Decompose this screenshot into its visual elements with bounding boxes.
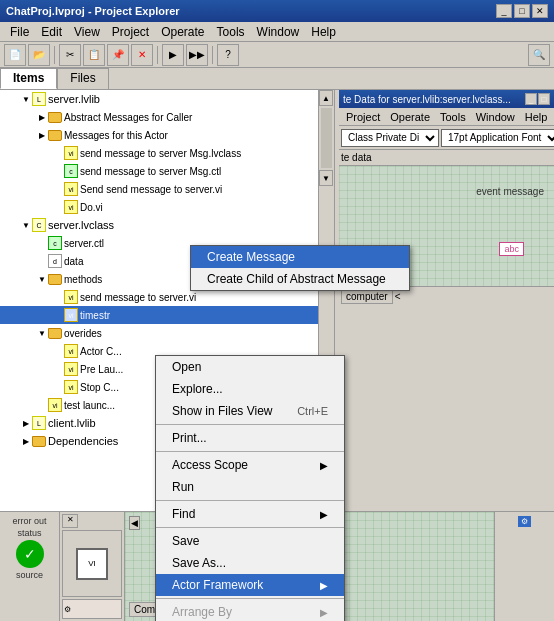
tree-item-overides[interactable]: ▼ overides [0, 324, 334, 342]
tree-item-server-lvclass[interactable]: ▼ C server.lvclass [0, 216, 334, 234]
small-close-btn[interactable]: ✕ [62, 514, 78, 528]
expand-abstract[interactable]: ▶ [36, 113, 48, 122]
te-data-label: te data [339, 150, 554, 166]
menu-window[interactable]: Window [251, 23, 306, 41]
ctx-show-files[interactable]: Show in Files View Ctrl+E [156, 400, 344, 422]
ctx-find[interactable]: Find ▶ [156, 503, 344, 525]
delete-button[interactable]: ✕ [131, 44, 153, 66]
open-button[interactable]: 📂 [28, 44, 50, 66]
help-button[interactable]: ? [217, 44, 239, 66]
run-button[interactable]: ▶ [162, 44, 184, 66]
ctx-run[interactable]: Run [156, 476, 344, 498]
tree-label: Actor C... [80, 346, 122, 357]
scroll-thumb[interactable] [321, 108, 332, 168]
menu-operate[interactable]: Operate [155, 23, 210, 41]
ctl-icon-server: c [48, 236, 62, 250]
tree-label: methods [64, 274, 102, 285]
second-menu-operate[interactable]: Operate [385, 110, 435, 124]
file-icon-data: d [48, 254, 62, 268]
menu-project[interactable]: Project [106, 23, 155, 41]
expand-overides[interactable]: ▼ [36, 329, 48, 338]
tree-item-messages[interactable]: ▶ Messages for this Actor [0, 126, 334, 144]
cut-button[interactable]: ✂ [59, 44, 81, 66]
tree-label: server.lvlib [48, 93, 100, 105]
new-button[interactable]: 📄 [4, 44, 26, 66]
tree-item-abstract-messages[interactable]: ▶ Abstract Messages for Caller [0, 108, 334, 126]
tree-item-send-msg-ctl[interactable]: c send message to server Msg.ctl [0, 162, 334, 180]
menu-tools[interactable]: Tools [211, 23, 251, 41]
toolbar: 📄 📂 ✂ 📋 📌 ✕ ▶ ▶▶ ? 🔍 [0, 42, 554, 68]
ctx-arrow-arrange: ▶ [320, 607, 328, 618]
expand-messages[interactable]: ▶ [36, 131, 48, 140]
second-menu-help[interactable]: Help [520, 110, 553, 124]
scroll-down-button[interactable]: ▼ [319, 170, 333, 186]
menu-view[interactable]: View [68, 23, 106, 41]
ctx-arrange-by[interactable]: Arrange By ▶ [156, 601, 344, 621]
search-button[interactable]: 🔍 [528, 44, 550, 66]
menu-file[interactable]: File [4, 23, 35, 41]
menu-edit[interactable]: Edit [35, 23, 68, 41]
access-scope-select[interactable]: Class Private Di [341, 129, 439, 147]
ctx-actor-framework[interactable]: Actor Framework ▶ [156, 574, 344, 596]
scroll-up-button[interactable]: ▲ [319, 90, 333, 106]
ctx-access-scope[interactable]: Access Scope ▶ [156, 454, 344, 476]
lib-icon-client: L [32, 416, 46, 430]
ctx-sep-4 [156, 527, 344, 528]
run-all-button[interactable]: ▶▶ [186, 44, 208, 66]
tree-item-send-send[interactable]: vi Send send message to server.vi [0, 180, 334, 198]
close-button[interactable]: ✕ [532, 4, 548, 18]
copy-button[interactable]: 📋 [83, 44, 105, 66]
tree-label: Messages for this Actor [64, 130, 168, 141]
tree-label: test launc... [64, 400, 115, 411]
bottom-right-badge: ⚙ [518, 516, 531, 527]
ctx-open[interactable]: Open [156, 356, 344, 378]
ctx-save[interactable]: Save [156, 530, 344, 552]
te-data-text: te data [341, 152, 372, 163]
small-panel-toggle[interactable]: ◀ [129, 516, 140, 530]
second-menu-window[interactable]: Window [471, 110, 520, 124]
second-window-menu: Project Operate Tools Window Help [339, 108, 554, 126]
bottom-left-panel: error out status ✓ source [0, 512, 60, 621]
folder-icon-deps [32, 436, 46, 447]
vi-bottom-bar: ⚙ [62, 599, 122, 619]
expand-client-lvlib[interactable]: ▶ [20, 419, 32, 428]
tree-label: Stop C... [80, 382, 119, 393]
ctx-print[interactable]: Print... [156, 427, 344, 449]
computer-arrow: < [395, 291, 401, 302]
tree-item-timestr[interactable]: vi timestr [0, 306, 334, 324]
vi-thumbnail: VI [76, 548, 108, 580]
ctx-explore[interactable]: Explore... [156, 378, 344, 400]
tabs: Items Files [0, 68, 554, 90]
ctx-save-as[interactable]: Save As... [156, 552, 344, 574]
tab-files[interactable]: Files [57, 68, 108, 89]
title-bar: ChatProj.lvproj - Project Explorer _ □ ✕ [0, 0, 554, 22]
ctx-shortcut-show-files: Ctrl+E [297, 405, 328, 417]
tree-item-do-vi[interactable]: vi Do.vi [0, 198, 334, 216]
status-label: status [17, 528, 41, 538]
expand-dependencies[interactable]: ▶ [20, 437, 32, 446]
maximize-button[interactable]: □ [514, 4, 530, 18]
second-menu-tools[interactable]: Tools [435, 110, 471, 124]
second-menu-project[interactable]: Project [341, 110, 385, 124]
tree-item-send-msg-class[interactable]: vi send message to server Msg.lvclass [0, 144, 334, 162]
computer-label: computer [341, 289, 393, 304]
error-out-label: error out [12, 516, 46, 526]
lib-icon: L [32, 92, 46, 106]
submenu-create-message[interactable]: Create Message [191, 246, 409, 268]
tab-items[interactable]: Items [0, 68, 57, 89]
tree-item-server-lvlib[interactable]: ▼ L server.lvlib [0, 90, 334, 108]
paste-button[interactable]: 📌 [107, 44, 129, 66]
title-bar-buttons: _ □ ✕ [496, 4, 548, 18]
font-select[interactable]: 17pt Application Font [441, 129, 554, 147]
toolbar-sep-2 [157, 46, 158, 64]
tree-label: overides [64, 328, 102, 339]
vi-icon-actor-c: vi [64, 344, 78, 358]
expand-methods[interactable]: ▼ [36, 275, 48, 284]
expand-server-lvlib[interactable]: ▼ [20, 95, 32, 104]
minimize-button[interactable]: _ [496, 4, 512, 18]
menu-help[interactable]: Help [305, 23, 342, 41]
second-minimize[interactable]: _ [525, 93, 537, 105]
submenu-create-child[interactable]: Create Child of Abstract Message [191, 268, 409, 290]
expand-lvclass[interactable]: ▼ [20, 221, 32, 230]
second-maximize[interactable]: □ [538, 93, 550, 105]
